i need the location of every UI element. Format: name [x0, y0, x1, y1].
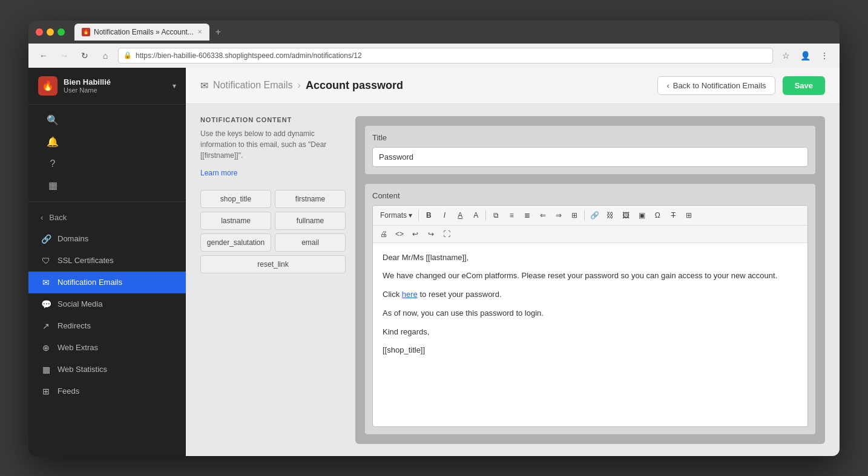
special-char-button[interactable]: Ω: [650, 208, 665, 223]
content-area: NOTIFICATION CONTENT Use the keys below …: [186, 104, 840, 456]
sidebar-item-domains[interactable]: 🔗 Domains: [28, 228, 186, 250]
key-fullname[interactable]: fullname: [275, 212, 346, 230]
toolbar-sep-1: [418, 210, 419, 221]
sidebar-item-web-extras[interactable]: ⊕ Web Extras: [28, 337, 186, 359]
editor-toolbar: Formats ▾ B I A A ⧉ ≡ ≣ ⇐: [373, 206, 807, 226]
back-nav-button[interactable]: ←: [36, 48, 51, 64]
image-button[interactable]: 🖼: [619, 208, 633, 223]
editor-line-4: As of now, you can use this password to …: [383, 307, 798, 320]
reload-button[interactable]: ↻: [77, 48, 93, 64]
browser-window: 🔥 Notification Emails » Account... ✕ + ←…: [28, 21, 840, 456]
sidebar-item-label-notification-emails: Notification Emails: [58, 278, 122, 287]
key-row-1: shop_title firstname: [200, 190, 346, 208]
breadcrumb: ✉ Notification Emails › Account password: [200, 79, 403, 92]
numbered-list-button[interactable]: ≣: [520, 208, 534, 223]
underline-button[interactable]: A: [453, 208, 467, 223]
title-input[interactable]: [372, 147, 808, 167]
sidebar-item-label-domains: Domains: [58, 234, 88, 243]
sidebar-item-ssl[interactable]: 🛡 SSL Certificates: [28, 250, 186, 272]
navbar: ← → ↻ ⌂ 🔒 https://bien-habillie-606338.s…: [28, 44, 840, 68]
close-btn[interactable]: [36, 28, 43, 36]
redo-button[interactable]: ↪: [424, 227, 438, 241]
code-button[interactable]: <>: [392, 227, 407, 241]
sidebar-item-notification-emails[interactable]: ✉ Notification Emails: [28, 272, 186, 293]
italic-button[interactable]: I: [437, 208, 452, 223]
here-link[interactable]: here: [402, 290, 418, 299]
sidebar-item-label-web-statistics: Web Statistics: [58, 365, 107, 374]
sidebar-item-label-feeds: Feeds: [58, 386, 79, 396]
bullet-list-button[interactable]: ≡: [504, 208, 519, 223]
print-button[interactable]: 🖨: [376, 227, 391, 241]
sidebar-item-web-statistics[interactable]: ▦ Web Statistics: [28, 359, 186, 380]
sidebar-item-label-ssl: SSL Certificates: [58, 256, 114, 265]
editor-line-1: Dear Mr/Ms [[lastname]],: [383, 252, 798, 264]
editor-line3-pre: Click: [383, 290, 402, 299]
active-tab[interactable]: 🔥 Notification Emails » Account... ✕: [74, 24, 209, 41]
key-lastname[interactable]: lastname: [200, 212, 271, 230]
breadcrumb-separator: ›: [298, 80, 301, 91]
page-title: Account password: [306, 79, 403, 92]
strikethrough-button[interactable]: T: [666, 208, 680, 223]
sidebar-back-label: Back: [49, 213, 67, 222]
social-media-icon: 💬: [41, 299, 51, 309]
copy-button[interactable]: ⧉: [488, 208, 503, 223]
grid-icon-btn[interactable]: ▦: [41, 175, 65, 197]
sidebar-item-feeds[interactable]: ⊞ Feeds: [28, 380, 186, 402]
bold-button[interactable]: B: [421, 208, 436, 223]
back-arrow-icon: ‹: [666, 81, 669, 90]
key-gender-salutation[interactable]: gender_salutation: [200, 233, 271, 252]
menu-button[interactable]: ⋮: [817, 48, 832, 64]
tab-label: Notification Emails » Account...: [94, 28, 194, 36]
sidebar-item-social-media[interactable]: 💬 Social Media: [28, 293, 186, 315]
new-tab-button[interactable]: +: [212, 27, 225, 37]
key-reset-link[interactable]: reset_link: [200, 255, 346, 273]
indent-less-button[interactable]: ⇐: [536, 208, 550, 223]
editor-line-5: Kind regards,: [383, 326, 798, 339]
learn-more-link[interactable]: Learn more: [200, 169, 237, 177]
url-text: https://bien-habillie-606338.shoplightsp…: [136, 51, 362, 60]
undo-button[interactable]: ↩: [408, 227, 422, 241]
sidebar-chevron-icon[interactable]: ▾: [173, 82, 176, 90]
help-icon-btn[interactable]: ?: [41, 153, 65, 175]
search-icon-btn[interactable]: 🔍: [41, 109, 65, 131]
indent-more-button[interactable]: ⇒: [551, 208, 566, 223]
minimize-btn[interactable]: [47, 28, 54, 36]
sidebar-item-label-social-media: Social Media: [58, 299, 102, 308]
unlink-button[interactable]: ⛓: [603, 208, 617, 223]
link-button[interactable]: 🔗: [587, 208, 602, 223]
source-button[interactable]: ⊞: [682, 208, 696, 223]
back-to-notification-emails-button[interactable]: ‹ Back to Notification Emails: [657, 76, 775, 95]
key-row-4: reset_link: [200, 255, 346, 273]
app: 🔥 Bien Habillié User Name ▾ 🔍 🔔 ? ▦ ‹ Ba…: [28, 68, 840, 456]
sidebar-back-link[interactable]: ‹ Back: [28, 207, 186, 228]
key-email[interactable]: email: [275, 233, 346, 252]
header-actions: ‹ Back to Notification Emails Save: [657, 76, 825, 95]
bookmark-button[interactable]: ☆: [778, 48, 794, 64]
table-button[interactable]: ⊞: [567, 208, 582, 223]
back-btn-label: Back to Notification Emails: [673, 81, 766, 90]
url-bar[interactable]: 🔒 https://bien-habillie-606338.shoplight…: [118, 48, 773, 64]
fullscreen-btn[interactable]: [58, 28, 65, 36]
nav-actions: ☆ 👤 ⋮: [778, 48, 832, 64]
home-button[interactable]: ⌂: [97, 48, 113, 64]
redirects-icon: ↗: [41, 321, 51, 331]
formats-dropdown[interactable]: Formats ▾: [376, 208, 416, 223]
tab-close-icon[interactable]: ✕: [197, 28, 202, 35]
forward-nav-button[interactable]: →: [56, 48, 72, 64]
sidebar-item-redirects[interactable]: ↗ Redirects: [28, 315, 186, 337]
key-buttons: shop_title firstname lastname fullname g…: [200, 190, 346, 273]
editor-body[interactable]: Dear Mr/Ms [[lastname]], We have changed…: [373, 243, 807, 426]
profile-button[interactable]: 👤: [797, 48, 813, 64]
content-editor-group: Content Formats ▾ B I A A ⧉: [365, 184, 815, 434]
back-chevron-icon: ‹: [41, 213, 43, 222]
fullscreen-editor-button[interactable]: ⛶: [439, 227, 454, 241]
ssl-icon: 🛡: [41, 256, 51, 266]
key-shop-title[interactable]: shop_title: [200, 190, 271, 208]
bell-icon-btn[interactable]: 🔔: [41, 131, 65, 153]
key-firstname[interactable]: firstname: [275, 190, 346, 208]
save-button[interactable]: Save: [783, 76, 825, 95]
media-button[interactable]: ▣: [634, 208, 649, 223]
toolbar-row2: 🖨 <> ↩ ↪ ⛶: [373, 226, 807, 243]
breadcrumb-link[interactable]: Notification Emails: [213, 80, 293, 91]
font-color-button[interactable]: A: [469, 208, 483, 223]
